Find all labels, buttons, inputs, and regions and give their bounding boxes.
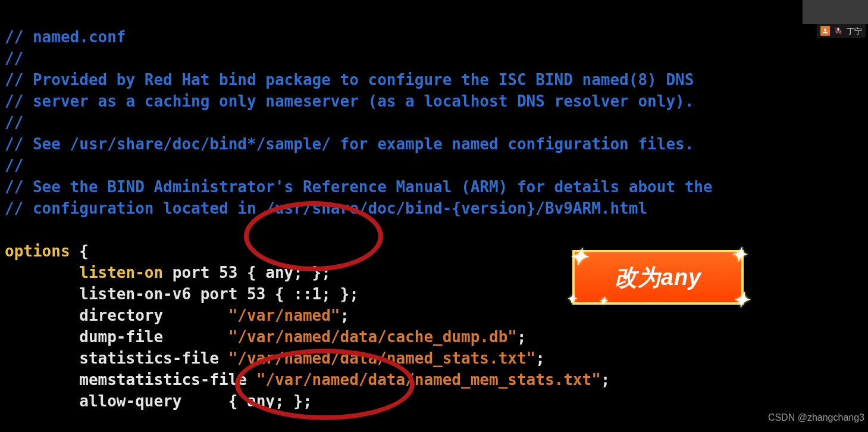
directive-listen-on: listen-on [79, 264, 163, 281]
comment-line: // [5, 156, 23, 174]
annotation-label: 改为any ✦ ✦ ✦ ✦ ✦ [572, 250, 744, 305]
video-placeholder [803, 0, 868, 24]
directive-dump-file-value: "/var/named/data/cache_dump.db" [228, 328, 517, 346]
star-icon: ✦ [732, 289, 750, 311]
indent [5, 264, 79, 281]
star-icon: ✦ [566, 288, 577, 309]
annotation-label-text: 改为any [615, 267, 701, 288]
comment-line: // See the BIND Administrator's Referenc… [5, 178, 713, 196]
star-icon: ✦ [598, 290, 608, 312]
comment-line: // named.conf [5, 28, 126, 46]
directive-directory-key: directory [5, 306, 228, 324]
directive-dump-file-key: dump-file [5, 328, 228, 346]
semicolon: ; [535, 349, 545, 367]
directive-allow-query-value: { any; }; [228, 392, 312, 410]
semicolon: ; [601, 371, 610, 389]
comment-line: // See /usr/share/doc/bind*/sample/ for … [5, 135, 694, 153]
participant-name: 丁宁 [847, 27, 862, 35]
directive-memstatistics-file-key: memstatistics-file [5, 371, 256, 389]
comment-line: // server as a caching only nameserver (… [5, 92, 694, 110]
watermark: CSDN @zhangchang3 [768, 407, 864, 428]
directive-memstatistics-file-value: "/var/named/data/named_mem_stats.txt" [256, 371, 601, 389]
directive-statistics-file-value: "/var/named/data/named_stats.txt" [228, 349, 536, 367]
mic-muted-icon [833, 26, 843, 36]
directive-listen-on-v6: listen-on-v6 port 53 { ::1; }; [5, 285, 359, 303]
semicolon: ; [517, 328, 527, 346]
participant-badge[interactable]: 丁宁 [817, 24, 866, 38]
star-icon: ✦ [569, 246, 588, 268]
keyword-options: options [5, 242, 70, 260]
directive-allow-query-key: allow-query [5, 392, 228, 410]
directive-directory-value: "/var/named" [228, 306, 340, 324]
listen-on-value: port 53 { any; }; [163, 264, 331, 281]
directive-statistics-file-key: statistics-file [5, 349, 228, 367]
comment-line: // [5, 49, 23, 67]
code-editor[interactable]: // named.conf // // Provided by Red Hat … [0, 0, 868, 432]
comment-line: // Provided by Red Hat bind package to c… [5, 71, 694, 89]
comment-line: // configuration located in /usr/share/d… [5, 199, 647, 217]
comment-line: // [5, 114, 23, 132]
star-icon: ✦ [731, 244, 747, 265]
brace: { [70, 242, 89, 260]
semicolon: ; [340, 306, 350, 324]
avatar-icon [820, 26, 830, 36]
